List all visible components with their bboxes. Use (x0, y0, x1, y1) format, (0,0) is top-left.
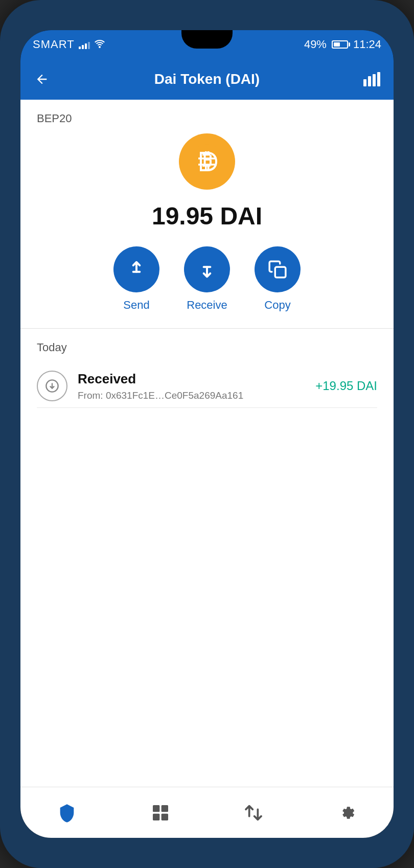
page-title: Dai Token (DAI) (61, 71, 353, 87)
bottom-nav (20, 787, 394, 838)
svg-rect-15 (161, 813, 168, 820)
receive-circle (184, 246, 230, 292)
notch (181, 30, 233, 49)
svg-rect-13 (161, 805, 168, 812)
received-icon (37, 371, 67, 401)
send-button[interactable]: Send (113, 246, 159, 312)
svg-rect-10 (275, 267, 286, 278)
svg-rect-0 (363, 79, 366, 86)
main-content: BEP20 ₿ (20, 100, 394, 787)
send-label: Send (123, 299, 149, 312)
chart-icon[interactable] (361, 68, 383, 90)
phone-screen: SMART 49% 11:24 (20, 30, 394, 838)
status-left: SMART (33, 38, 105, 51)
receive-button[interactable]: Receive (184, 246, 230, 312)
svg-rect-12 (153, 805, 159, 812)
wifi-icon (94, 39, 105, 51)
send-circle (113, 246, 159, 292)
token-section: BEP20 ₿ (20, 100, 394, 329)
nav-settings[interactable] (329, 795, 365, 831)
token-type-label: BEP20 (37, 112, 72, 125)
status-bar: SMART 49% 11:24 (20, 30, 394, 59)
nav-swap[interactable] (236, 795, 271, 831)
tx-title: Received (78, 371, 305, 387)
tx-from: From: 0x631Fc1E…Ce0F5a269Aa161 (78, 390, 305, 401)
app-header: Dai Token (DAI) (20, 59, 394, 100)
tx-amount: +19.95 DAI (315, 379, 377, 393)
token-balance: 19.95 DAI (152, 202, 262, 230)
svg-rect-3 (377, 72, 380, 86)
nav-assets[interactable] (143, 795, 178, 831)
copy-label: Copy (264, 299, 290, 312)
nav-wallet[interactable] (49, 795, 85, 831)
battery-percent: 49% (304, 38, 327, 51)
status-right: 49% 11:24 (304, 38, 381, 51)
action-buttons: Send Receive (113, 246, 301, 312)
svg-rect-14 (153, 813, 159, 820)
back-button[interactable] (31, 68, 53, 90)
table-row[interactable]: Received From: 0x631Fc1E…Ce0F5a269Aa161 … (37, 364, 377, 408)
carrier-label: SMART (33, 38, 75, 51)
date-label: Today (37, 341, 377, 354)
time-label: 11:24 (353, 38, 381, 51)
transaction-details: Received From: 0x631Fc1E…Ce0F5a269Aa161 (78, 371, 305, 401)
phone-frame: SMART 49% 11:24 (0, 0, 414, 868)
token-logo: ₿ (179, 133, 235, 190)
svg-rect-1 (368, 76, 371, 86)
copy-button[interactable]: Copy (255, 246, 301, 312)
battery-icon (332, 40, 348, 49)
signal-icon (79, 40, 90, 49)
receive-label: Receive (187, 299, 227, 312)
svg-rect-2 (373, 74, 376, 86)
dai-symbol: ₿ (190, 144, 224, 179)
transactions-section: Today Received From: 0x631Fc1E…Ce0F5a269… (20, 329, 394, 787)
copy-circle (255, 246, 301, 292)
